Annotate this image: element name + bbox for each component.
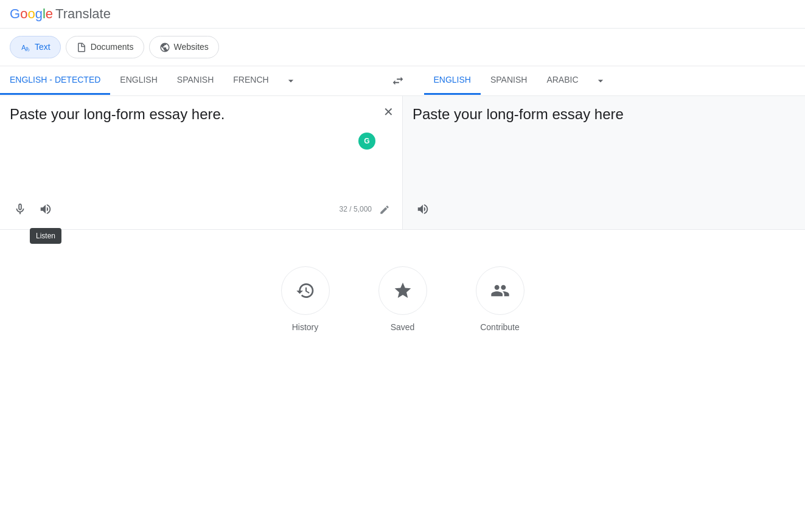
char-count: 32 / 5,000 [340, 205, 372, 213]
source-panel: ✕ G Listen 32 / 5, [0, 96, 403, 229]
saved-circle [378, 266, 427, 315]
source-lang-tabs: ENGLISH - DETECTED ENGLISH SPANISH FRENC… [0, 66, 382, 95]
target-lang-arabic[interactable]: ARABIC [537, 66, 588, 95]
language-bar: ENGLISH - DETECTED ENGLISH SPANISH FRENC… [0, 66, 805, 96]
tab-documents-label: Documents [91, 42, 134, 52]
source-footer-right: 32 / 5,000 [340, 200, 392, 218]
target-footer [413, 199, 795, 219]
saved-label: Saved [391, 322, 415, 332]
contribute-circle [476, 266, 524, 315]
tab-documents[interactable]: Documents [66, 36, 144, 58]
grammarly-icon: G [358, 133, 375, 150]
clear-button[interactable]: ✕ [383, 105, 394, 119]
target-text: Paste your long-form essay here [413, 106, 795, 194]
tab-text-label: Text [35, 42, 51, 52]
translation-area: ✕ G Listen 32 / 5, [0, 96, 805, 230]
tab-text[interactable]: A あ Text [10, 36, 61, 58]
translate-wordmark: Translate [55, 6, 111, 22]
target-footer-left [413, 199, 433, 219]
google-wordmark: Google [10, 6, 53, 22]
mode-tabs: A あ Text Documents Websites [0, 29, 805, 66]
bottom-actions: History Saved Contribute [0, 230, 805, 356]
history-action[interactable]: History [281, 266, 330, 332]
source-lang-spanish[interactable]: SPANISH [167, 66, 223, 95]
listen-tooltip: Listen [30, 228, 61, 244]
source-input[interactable] [10, 106, 392, 194]
target-lang-spanish[interactable]: SPANISH [481, 66, 537, 95]
edit-button[interactable] [377, 200, 392, 218]
source-lang-french[interactable]: FRENCH [223, 66, 278, 95]
history-label: History [292, 322, 319, 332]
source-lang-english[interactable]: ENGLISH [110, 66, 167, 95]
listen-button[interactable] [35, 199, 56, 219]
saved-action[interactable]: Saved [378, 266, 427, 332]
target-lang-english[interactable]: ENGLISH [424, 66, 481, 95]
target-lang-more[interactable] [588, 66, 613, 95]
svg-text:あ: あ [25, 46, 30, 52]
listen-button-container: Listen [35, 199, 56, 219]
header: Google Translate [0, 0, 805, 29]
history-circle [281, 266, 330, 315]
source-lang-more[interactable] [279, 66, 303, 95]
target-panel: Paste your long-form essay here [403, 96, 805, 229]
logo: Google Translate [10, 6, 111, 22]
tab-websites[interactable]: Websites [149, 36, 219, 58]
contribute-action[interactable]: Contribute [476, 266, 524, 332]
target-listen-button[interactable] [413, 199, 433, 219]
source-lang-english-detected[interactable]: ENGLISH - DETECTED [0, 66, 110, 95]
target-lang-tabs: ENGLISH SPANISH ARABIC [414, 66, 806, 95]
contribute-label: Contribute [480, 322, 520, 332]
tab-websites-label: Websites [174, 42, 209, 52]
source-footer: Listen 32 / 5,000 [10, 199, 392, 219]
websites-icon [159, 41, 170, 53]
text-icon: A あ [20, 41, 31, 53]
source-footer-left: Listen [10, 199, 56, 219]
swap-languages-button[interactable] [382, 68, 414, 94]
microphone-button[interactable] [10, 199, 30, 219]
documents-icon [76, 41, 87, 53]
